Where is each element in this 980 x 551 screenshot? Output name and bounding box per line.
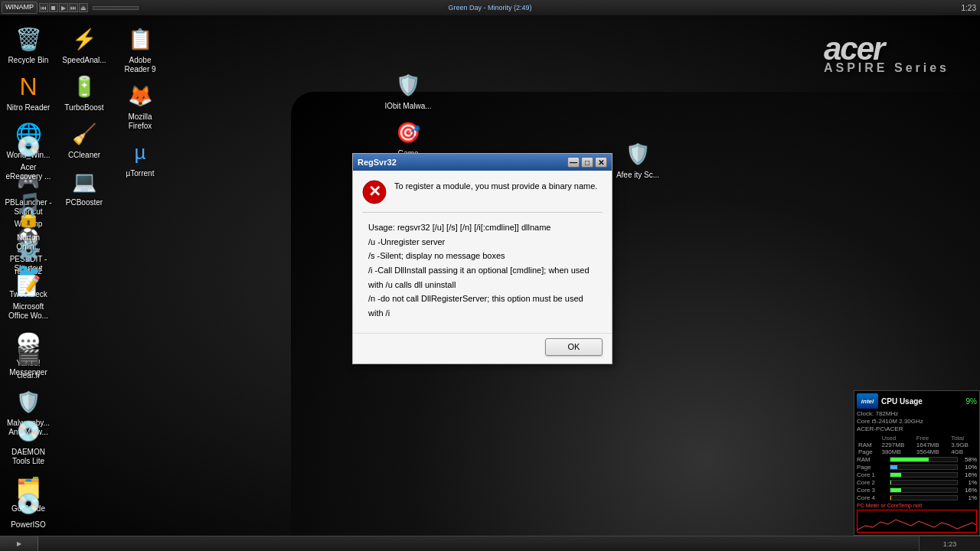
turboboost-label: TurboBoost	[64, 103, 103, 112]
page-bar-bg	[890, 465, 958, 470]
icon-norton[interactable]: 🔒 Norton Onlin...	[2, 199, 55, 254]
ram-row: RAM 2297MB 1647MB 3.9GB	[857, 442, 977, 448]
core3-bar-fill	[890, 488, 901, 492]
core4-bar-fill	[890, 496, 891, 500]
page-label: Page	[857, 448, 880, 455]
stop-button[interactable]: ⏹	[49, 3, 58, 12]
icon-pcbooster[interactable]: 💻 PCBooster	[57, 164, 111, 210]
ram-bar-row: RAM 58%	[857, 456, 977, 463]
core4-bar-bg	[890, 495, 958, 500]
page-bar-row: Page 10%	[857, 464, 977, 471]
ram-free: 1647MB	[915, 442, 949, 448]
bottom-taskbar: ▶ 1:23	[0, 536, 980, 551]
icon-recycle-bin[interactable]: 🗑️ Recycle Bin	[2, 21, 55, 67]
cpu-core-info: Core i5-2410M 2.30GHz	[857, 418, 977, 425]
iobit-label: IObit Malwa...	[384, 102, 431, 111]
pcbooster-icon: 💻	[69, 166, 100, 197]
icon-msoffice[interactable]: 📝 Microsoft Office Wo...	[2, 268, 55, 323]
system-tray: 1:23	[919, 536, 980, 552]
speedanal-label: SpeedAnal...	[62, 56, 106, 65]
icon-speedanal[interactable]: ⚡ SpeedAnal...	[57, 21, 111, 67]
core2-pct: 1%	[960, 479, 977, 486]
cpu-graph-label: PC Meter or CoreTemp not!	[857, 503, 977, 508]
icon-poweriso[interactable]: 💿 PowerISO	[2, 486, 55, 532]
dialog-close-button[interactable]: ✕	[595, 157, 607, 168]
eject-button[interactable]: ⏏	[79, 3, 88, 12]
icon-ccleaner[interactable]: 🧹 CCleaner	[57, 116, 111, 162]
page-bar-fill	[890, 465, 897, 469]
usage-line-2: /s -Silent; display no message boxes	[368, 249, 596, 263]
usage-header: Usage: regsvr32 [/u] [/s] [/n] [/i[:cmdl…	[368, 220, 596, 235]
start-button[interactable]: ▶	[0, 536, 38, 552]
daemon-label: DAEMON Tools Lite	[4, 448, 53, 466]
firefox-icon: 🦊	[125, 80, 155, 111]
turboboost-icon: 🔋	[69, 71, 100, 102]
dialog-maximize-button[interactable]: □	[581, 157, 593, 168]
desktop-icons-col2: 📋 Adobe Reader 9 🦊 Mozilla Firefox µ µTo…	[113, 21, 167, 181]
page-bar-label: Page	[857, 464, 887, 471]
page-used: 380MB	[880, 448, 914, 455]
usage-line-4: /n -do not call DllRegisterServer; this …	[368, 292, 596, 320]
core3-pct: 16%	[960, 487, 977, 494]
icon-cleanfi[interactable]: 🎬 clear.fi	[2, 337, 55, 383]
recycle-bin-icon: 🗑️	[13, 24, 44, 54]
core3-label: Core 3	[857, 487, 887, 494]
poweriso-icon: 💿	[13, 488, 44, 519]
usage-line-1: /u -Unregister server	[368, 235, 596, 249]
acer-erecovery-icon: 💿	[13, 131, 44, 161]
cpu-clock: Clock: 782MHz	[857, 410, 977, 417]
dialog-controls: — □ ✕	[567, 157, 607, 168]
cpu-meter-header: intel CPU Usage 9%	[857, 393, 977, 409]
acer-series-text: ASPIRE Series	[824, 61, 949, 75]
poweriso-label: PowerISO	[11, 520, 46, 530]
core2-label: Core 2	[857, 479, 887, 486]
mcafee-label: Afee ity Sc...	[616, 171, 659, 180]
ok-button[interactable]: OK	[545, 338, 603, 356]
winamp-taskbar-area: WINAMP ⏮ ⏹ ▶ ⏭ ⏏	[0, 2, 139, 14]
play-button[interactable]: ▶	[59, 3, 68, 12]
ccleaner-icon: 🧹	[69, 119, 100, 149]
core4-bar-row: Core 4 1%	[857, 494, 977, 501]
core2-bar-row: Core 2 1%	[857, 479, 977, 486]
msoffice-label: Microsoft Office Wo...	[4, 302, 53, 321]
clock-time: 1:23	[943, 540, 957, 548]
icon-daemon[interactable]: 💿 DAEMON Tools Lite	[2, 413, 55, 468]
core2-bar-fill	[890, 481, 891, 484]
icon-nitro-reader[interactable]: N Nitro Reader	[2, 69, 55, 115]
page-free: 3564MB	[915, 448, 949, 455]
icon-turboboost[interactable]: 🔋 TurboBoost	[57, 69, 111, 115]
svg-text:✕: ✕	[368, 183, 381, 200]
dialog-titlebar: RegSvr32 — □ ✕	[353, 154, 612, 171]
icon-utorrent[interactable]: µ µTorrent	[113, 135, 167, 181]
dialog-separator	[362, 212, 603, 213]
cpu-meter-title: CPU Usage	[881, 397, 923, 406]
icon-adobe-reader[interactable]: 📋 Adobe Reader 9	[113, 21, 167, 77]
icon-firefox[interactable]: 🦊 Mozilla Firefox	[113, 78, 167, 133]
adobe-reader-icon: 📋	[125, 24, 155, 54]
icon-mcafee[interactable]: 🛡️ Afee ity Sc...	[611, 136, 665, 182]
ram-bar-bg	[890, 457, 958, 462]
ram-used: 2297MB	[880, 442, 914, 448]
mem-col-used: Used	[880, 435, 914, 442]
cpu-usage-pct: 9%	[966, 397, 977, 406]
dialog-minimize-button[interactable]: —	[567, 157, 580, 168]
winamp-button[interactable]: WINAMP	[2, 2, 38, 14]
core3-bar-row: Core 3 16%	[857, 487, 977, 494]
ram-label: RAM	[857, 442, 880, 448]
core1-bar-bg	[890, 472, 958, 478]
core3-bar-bg	[890, 487, 958, 493]
ram-bar-label: RAM	[857, 456, 887, 463]
prev-button[interactable]: ⏮	[39, 3, 48, 12]
progress-bar[interactable]	[93, 6, 139, 10]
ram-bar-fill	[890, 458, 929, 461]
core1-bar-row: Core 1 16%	[857, 471, 977, 478]
speedanal-icon: ⚡	[69, 24, 100, 54]
next-button[interactable]: ⏭	[69, 3, 78, 12]
regsvr32-dialog[interactable]: RegSvr32 — □ ✕ ✕	[352, 153, 612, 364]
memory-stats-table: Used Free Total RAM 2297MB 1647MB 3.9GB …	[857, 435, 977, 455]
now-playing: Green Day - Minority (2:49)	[448, 4, 531, 11]
dialog-body: ✕ To register a module, you must provide…	[353, 171, 612, 333]
icon-iobit[interactable]: 🛡️ IObit Malwa...	[381, 67, 435, 113]
utorrent-icon: µ	[125, 137, 155, 168]
icon-acer-erecovery[interactable]: 💿 Acer eRecovery ...	[2, 129, 55, 184]
